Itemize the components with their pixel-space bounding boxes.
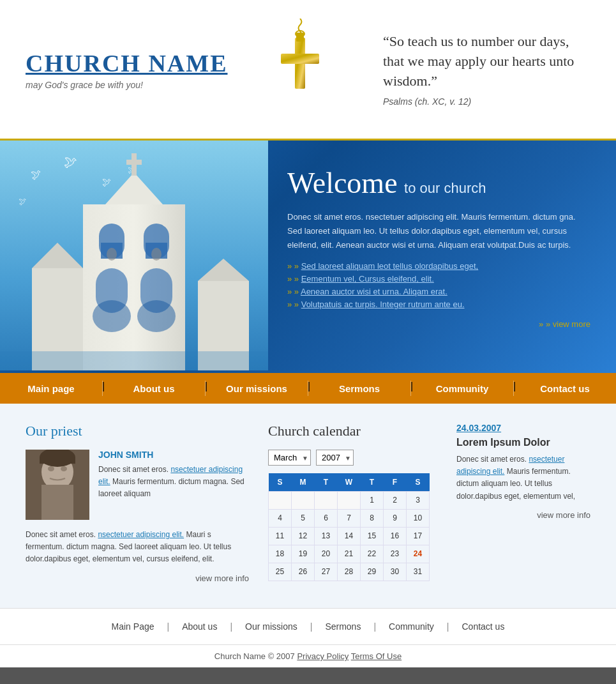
- church-name: CHURCH NAME: [26, 49, 230, 77]
- hero-church-image: 🕊 🕊 🕊 🕊 🕊: [0, 141, 268, 373]
- calendar-title: Church calendar: [268, 423, 437, 439]
- priest-full-text: Donec sit amet eros. nsectetuer adipisci…: [26, 529, 249, 566]
- calendar-day-cell[interactable]: 28: [338, 563, 361, 581]
- calendar-body: 1234567891011121314151617181920212223242…: [269, 491, 430, 581]
- event-date[interactable]: 24.03.2007: [456, 423, 590, 433]
- year-select-wrapper: 2007: [316, 450, 354, 466]
- calendar-day-cell[interactable]: 31: [407, 563, 430, 581]
- priest-section: Our priest: [26, 423, 249, 589]
- svg-rect-37: [40, 457, 75, 464]
- footer-nav: Main Page | About us | Our missions | Se…: [0, 608, 616, 644]
- calendar-day-cell[interactable]: 15: [361, 527, 384, 545]
- footer: Church Name © 2007 Privacy Policy Terms …: [0, 644, 616, 667]
- calendar-day-cell[interactable]: 23: [384, 545, 407, 563]
- table-row: 45678910: [269, 509, 430, 527]
- footer-nav-sermons[interactable]: Sermons: [312, 621, 373, 632]
- calendar-day-cell[interactable]: 3: [407, 491, 430, 509]
- svg-rect-23: [137, 300, 176, 332]
- footer-nav-main-page[interactable]: Main Page: [99, 621, 167, 632]
- calendar-day-cell[interactable]: 5: [292, 509, 315, 527]
- calendar-day-header: M: [292, 473, 315, 491]
- calendar-day-cell[interactable]: 20: [315, 545, 338, 563]
- month-select[interactable]: March: [268, 450, 311, 466]
- calendar-day-cell[interactable]: 1: [361, 491, 384, 509]
- svg-point-35: [61, 466, 67, 471]
- svg-text:🕊: 🕊: [64, 155, 78, 170]
- calendar-header-row: SMTWTFS: [269, 473, 430, 491]
- terms-link[interactable]: Terms Of Use: [351, 651, 402, 661]
- calendar-day-header: S: [269, 473, 292, 491]
- svg-rect-22: [93, 300, 131, 332]
- nav-about-us[interactable]: About us: [103, 376, 205, 402]
- calendar-day-cell[interactable]: 2: [384, 491, 407, 509]
- calendar-day-cell[interactable]: 18: [269, 545, 292, 563]
- privacy-link[interactable]: Privacy Policy: [297, 651, 349, 661]
- quote-source: Psalms (ch. XC, v. 12): [383, 96, 590, 107]
- calendar-table: SMTWTFS 12345678910111213141516171819202…: [268, 473, 430, 581]
- footer-nav-about-us[interactable]: About us: [169, 621, 230, 632]
- view-more-link[interactable]: » view more: [539, 319, 590, 329]
- copyright: Church Name © 2007: [214, 651, 295, 661]
- calendar-day-cell: [269, 491, 292, 509]
- priest-photo: [26, 450, 89, 520]
- priest-link1[interactable]: nsectetuer adipiscing elit.: [98, 465, 243, 486]
- calendar-day-cell[interactable]: 4: [269, 509, 292, 527]
- calendar-day-cell[interactable]: 16: [384, 527, 407, 545]
- svg-point-34: [48, 466, 54, 471]
- event-title: Lorem Ipsum Dolor: [456, 437, 590, 448]
- calendar-day-cell: [292, 491, 315, 509]
- nav-main-page[interactable]: Main page: [0, 376, 102, 402]
- event-more: view more info: [456, 509, 590, 521]
- table-row: 123: [269, 491, 430, 509]
- calendar-day-cell[interactable]: 22: [361, 545, 384, 563]
- calendar-day-cell: [338, 491, 361, 509]
- calendar-day-cell[interactable]: 9: [384, 509, 407, 527]
- event-body: Donec sit amet eros. nsectetuer adipisci…: [456, 453, 590, 503]
- event-link[interactable]: nsectetuer adipiscing elit.: [456, 455, 564, 476]
- svg-text:🕊: 🕊: [102, 177, 111, 187]
- svg-point-19: [151, 248, 162, 261]
- welcome-link-item: » Volutpatuis ac turpis. Integer rutrum …: [287, 300, 590, 309]
- calendar-day-cell[interactable]: 10: [407, 509, 430, 527]
- priest-link2[interactable]: nsectetuer adipiscing elit.: [98, 530, 184, 539]
- footer-nav-contact[interactable]: Contact us: [449, 621, 517, 632]
- svg-rect-1: [281, 54, 319, 64]
- footer-nav-community[interactable]: Community: [376, 621, 447, 632]
- calendar-day-cell[interactable]: 26: [292, 563, 315, 581]
- calendar-day-header: F: [384, 473, 407, 491]
- calendar-day-cell[interactable]: 11: [269, 527, 292, 545]
- calendar-day-cell[interactable]: 14: [338, 527, 361, 545]
- welcome-body: Donec sit amet eros. nsectetuer adipisci…: [287, 210, 590, 252]
- calendar-day-cell[interactable]: 27: [315, 563, 338, 581]
- event-view-more[interactable]: view more info: [537, 510, 590, 520]
- nav-contact[interactable]: Contact us: [514, 376, 616, 402]
- footer-nav-missions[interactable]: Our missions: [232, 621, 310, 632]
- calendar-day-cell[interactable]: 8: [361, 509, 384, 527]
- calendar-day-cell[interactable]: 21: [338, 545, 361, 563]
- month-select-wrapper: March: [268, 450, 311, 466]
- nav-community[interactable]: Community: [411, 376, 513, 402]
- welcome-links: » Sed laoreet aliquam leot tellus olorda…: [287, 261, 590, 309]
- cross-decoration: [262, 19, 338, 121]
- calendar-day-cell[interactable]: 6: [315, 509, 338, 527]
- view-more-hero[interactable]: » view more: [287, 319, 590, 329]
- event-section: 24.03.2007 Lorem Ipsum Dolor Donec sit a…: [456, 423, 590, 589]
- calendar-day-cell[interactable]: 30: [384, 563, 407, 581]
- calendar-day-cell[interactable]: 7: [338, 509, 361, 527]
- welcome-link-item: » Sed laoreet aliquam leot tellus olorda…: [287, 261, 590, 271]
- calendar-day-cell[interactable]: 19: [292, 545, 315, 563]
- calendar-section: Church calendar March 2007 SMTWTFS: [268, 423, 437, 589]
- welcome-link-item: » Eementum vel, Cursus eleifend, elit.: [287, 274, 590, 284]
- calendar-day-cell: [315, 491, 338, 509]
- calendar-day-cell[interactable]: 25: [269, 563, 292, 581]
- priest-view-more[interactable]: view more info: [195, 574, 249, 583]
- calendar-day-cell[interactable]: 12: [292, 527, 315, 545]
- nav-sermons[interactable]: Sermons: [308, 376, 410, 402]
- calendar-day-cell[interactable]: 17: [407, 527, 430, 545]
- nav-missions[interactable]: Our missions: [206, 376, 308, 402]
- year-select[interactable]: 2007: [316, 450, 354, 466]
- calendar-day-cell[interactable]: 13: [315, 527, 338, 545]
- calendar-day-cell[interactable]: 29: [361, 563, 384, 581]
- calendar-day-cell[interactable]: 24: [407, 545, 430, 563]
- calendar-day-header: T: [315, 473, 338, 491]
